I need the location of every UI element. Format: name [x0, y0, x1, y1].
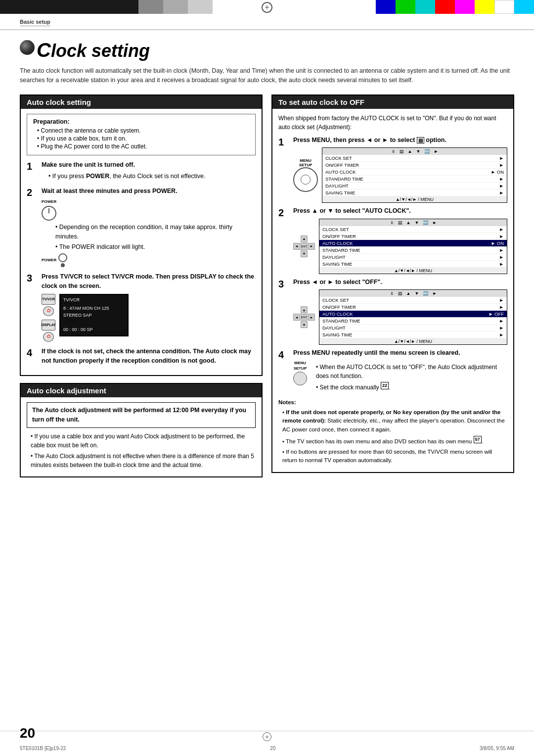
- enter-btn-2: ENT: [301, 243, 308, 250]
- color-gray1: [138, 0, 163, 14]
- power-icon: [42, 206, 56, 221]
- step-4-bullet-1: When the AUTO CLOCK is set to "OFF", the…: [316, 363, 507, 380]
- right-step-2-content: Press ▲ or ▼ to select "AUTO CLOCK". ▲ ◄…: [293, 207, 507, 274]
- title-prefix: C: [37, 39, 51, 61]
- right-step-3-number: 3: [278, 278, 288, 290]
- right-arrow-2: ►: [308, 243, 315, 250]
- right-step-3-content: Press ◄ or ► to select "OFF". ▲ ◄ ENT ►: [293, 278, 507, 345]
- swatch-red: [435, 0, 455, 14]
- menu-header-1: 🕯 ▤ ▲ ▼ 🆕 ►: [322, 148, 507, 155]
- right-step-1-text: Press MENU, then press ◄ or ► to select …: [293, 136, 507, 145]
- auto-clock-setting-section: Auto clock setting Preparation: Connect …: [20, 94, 263, 377]
- step-2: 2 Wait at least three minutes and press …: [27, 187, 256, 267]
- menu2-daylight: DAYLIGHT►: [319, 254, 507, 261]
- tv-screen-wrap: TV/VCR ⭕ DISPLAY ⭕ TV/VCR: [42, 294, 256, 342]
- right-step-4-text: Press MENU repeatedly until the menu scr…: [293, 349, 507, 358]
- right-step-1-diagram: MENU SETUP: [293, 147, 507, 203]
- crosshair-top: [262, 2, 272, 13]
- right-column: To set auto clock to OFF When shipped fr…: [271, 94, 514, 477]
- left-column: Auto clock setting Preparation: Connect …: [20, 94, 263, 477]
- onscreen-menu-2: 🕯▤▲▼🆕► CLOCK SET► ON/OFF TIMER► AUTO CLO…: [319, 219, 507, 274]
- auto-clock-adj-body: The Auto clock adjustment will be perfor…: [21, 397, 262, 476]
- color-mid: [213, 0, 376, 14]
- right-step-2-number: 2: [278, 207, 288, 219]
- menu-button-1: [293, 167, 318, 192]
- menu-setup-circle-4: [293, 372, 307, 385]
- menu2-clock-set: CLOCK SET►: [319, 226, 507, 233]
- swatch-lightblue: [514, 0, 534, 14]
- right-step-3-text: Press ◄ or ► to select "OFF".: [293, 278, 507, 287]
- menu-row-clock-set: CLOCK SET►: [322, 155, 507, 162]
- adj-bullet-2: The Auto Clock adjustment is not effecti…: [31, 452, 256, 470]
- menu-header-3: 🕯▤▲▼🆕►: [319, 290, 507, 297]
- left-arrow-3: ◄: [293, 314, 300, 321]
- down-arrow-2: ▼: [301, 250, 308, 257]
- right-step-2-text: Press ▲ or ▼ to select "AUTO CLOCK".: [293, 207, 507, 216]
- step-1-content: Make sure the unit is turned off. If you…: [42, 160, 256, 182]
- right-step-3-menu: 🕯▤▲▼🆕► CLOCK SET► ON/OFF TIMER► AUTO CLO…: [319, 289, 507, 345]
- preparation-list: Connect the antenna or cable system. If …: [33, 127, 249, 150]
- set-auto-clock-off-section: To set auto clock to OFF When shipped fr…: [271, 94, 514, 473]
- footer-right: 3/8/05, 9:55 AM: [480, 746, 514, 751]
- prep-item-1: Connect the antenna or cable system.: [37, 127, 249, 134]
- color-gray3: [188, 0, 213, 14]
- onscreen-menu-3: 🕯▤▲▼🆕► CLOCK SET► ON/OFF TIMER► AUTO CLO…: [319, 289, 507, 345]
- step-2-sub: Depending on the reception condition, it…: [48, 223, 256, 251]
- display-button: DISPLAY: [42, 320, 55, 331]
- step-4-text: If the clock is not set, check the anten…: [42, 348, 251, 364]
- menu3-saving-time: SAVING TIME►: [319, 331, 507, 338]
- enter-btn-3: ENT: [301, 314, 308, 321]
- swatch-blue: [376, 0, 396, 14]
- tv-screen: TV/VCR 8 : 47AM MON CH 125 STEREO SAP: [59, 294, 129, 336]
- step-1-sub: If you press POWER, the Auto Clock set i…: [42, 172, 256, 181]
- swatch-white: [494, 0, 514, 14]
- display-icon: ⭕: [43, 332, 54, 342]
- menu2-auto-clock: AUTO CLOCK► ON: [319, 240, 507, 247]
- menu2-saving-time: SAVING TIME►: [319, 261, 507, 268]
- color-black: [0, 0, 138, 14]
- swatch-magenta: [455, 0, 475, 14]
- power-indicator-circle: [58, 253, 67, 262]
- right-step-4-number: 4: [278, 349, 288, 361]
- auto-clock-adj-title: Auto clock adjustment: [21, 384, 262, 397]
- step-2-content: Wait at least three minutes and press PO…: [42, 187, 256, 267]
- step-3: 3 Press TV/VCR to select TV/VCR mode. Th…: [27, 272, 256, 342]
- color-bar-top: [0, 0, 534, 14]
- up-arrow-2: ▲: [301, 236, 308, 242]
- menu-icon-4: ▼: [416, 149, 421, 154]
- adj-bullets: If you use a cable box and you want Auto…: [27, 432, 256, 470]
- footer: 5TE0101B [E]p19-22 20 3/8/05, 9:55 AM: [0, 746, 534, 751]
- set-auto-clock-off-title: To set auto clock to OFF: [272, 95, 513, 109]
- right-step-3-diagram: ▲ ◄ ENT ► ▼: [293, 289, 507, 345]
- main-content: Auto clock setting Preparation: Connect …: [0, 94, 534, 477]
- color-swatches: [376, 0, 534, 14]
- menu3-auto-clock: AUTO CLOCK► OFF: [319, 311, 507, 318]
- intro-text: The auto clock function will automatical…: [0, 66, 534, 86]
- notes-title: Notes:: [278, 398, 507, 407]
- bottom-divider: [0, 731, 534, 732]
- step-3-number: 3: [27, 272, 37, 284]
- right-step-3: 3 Press ◄ or ► to select "OFF". ▲ ◄ ENT: [278, 278, 507, 345]
- menu-nav-3: ▲/▼/◄/► / MENU: [319, 338, 507, 344]
- step-3-content: Press TV/VCR to select TV/VCR mode. Then…: [42, 272, 256, 342]
- step-2-sub-2: The POWER indicator will light.: [55, 242, 256, 252]
- page-title: Clock setting: [20, 39, 514, 61]
- step-1-sub-1: If you press POWER, the Auto Clock set i…: [48, 172, 256, 181]
- right-step-4-content: Press MENU repeatedly until the menu scr…: [293, 349, 507, 393]
- power-indicator-dot: [61, 263, 65, 267]
- right-intro: When shipped from factory the AUTO CLOCK…: [278, 114, 507, 132]
- color-gray2: [163, 0, 188, 14]
- step-4-content: If the clock is not set, check the anten…: [42, 347, 256, 366]
- menu2-standard-time: STANDARD TIME►: [319, 247, 507, 254]
- menu-icon-3: ▲: [408, 149, 412, 154]
- tv-line1: TV/VCR: [63, 297, 125, 304]
- step-4-sub-content: When the AUTO CLOCK is set to "OFF", the…: [311, 361, 507, 393]
- menu-icon-6: ►: [434, 149, 438, 154]
- step-4-bullets: When the AUTO CLOCK is set to "OFF", the…: [311, 363, 507, 392]
- swatch-yellow: [475, 0, 494, 14]
- tv-buttons: TV/VCR ⭕ DISPLAY ⭕: [42, 294, 55, 342]
- menu3-clock-set: CLOCK SET►: [319, 297, 507, 304]
- page-number: 20: [20, 725, 35, 741]
- down-arrow-3: ▼: [301, 321, 308, 328]
- right-step-2: 2 Press ▲ or ▼ to select "AUTO CLOCK". ▲…: [278, 207, 507, 274]
